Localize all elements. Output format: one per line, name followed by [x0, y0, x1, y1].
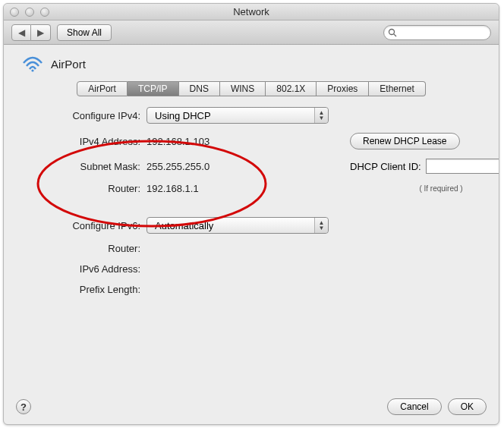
- ok-label: OK: [461, 401, 474, 412]
- dialog-button-bar: ? Cancel OK: [4, 392, 499, 424]
- help-icon: ?: [20, 401, 27, 413]
- ipv6-address-label: IPv6 Address:: [4, 263, 140, 275]
- svg-line-1: [394, 33, 396, 36]
- router-value: 192.168.1.1: [146, 183, 253, 194]
- ok-button[interactable]: OK: [448, 398, 487, 415]
- tab-label: Ethernet: [380, 83, 414, 94]
- svg-point-0: [389, 29, 395, 34]
- ipv6-router-label: Router:: [4, 243, 140, 254]
- tab-proxies[interactable]: Proxies: [317, 81, 369, 96]
- tab-label: Proxies: [327, 83, 358, 94]
- wifi-icon: [22, 55, 43, 72]
- tabs: AirPortTCP/IPDNSWINS802.1XProxiesEtherne…: [77, 81, 425, 96]
- configure-ipv4-label: Configure IPv4:: [4, 110, 140, 121]
- tab-label: 802.1X: [276, 83, 305, 94]
- dhcp-client-id-label: DHCP Client ID:: [350, 161, 421, 172]
- chevron-left-icon: ◀: [18, 27, 25, 38]
- tab-wins[interactable]: WINS: [220, 81, 266, 96]
- tab-label: TCP/IP: [138, 83, 168, 94]
- toolbar: ◀ ▶ Show All: [4, 20, 499, 45]
- ipv4-address-value: 192.168.1.103: [146, 136, 253, 147]
- nav-segment: ◀ ▶: [11, 24, 51, 41]
- show-all-label: Show All: [67, 27, 102, 38]
- router-label: Router:: [4, 183, 140, 194]
- tab-dns[interactable]: DNS: [179, 81, 220, 96]
- tab-label: AirPort: [88, 83, 116, 94]
- interface-name: AirPort: [51, 58, 86, 71]
- configure-ipv4-value: Using DHCP: [155, 110, 211, 121]
- titlebar: Network: [4, 4, 499, 20]
- popup-arrows-icon: ▲▼: [314, 218, 328, 233]
- configure-ipv6-popup[interactable]: Automatically ▲▼: [146, 217, 329, 234]
- back-button[interactable]: ◀: [11, 24, 31, 41]
- dhcp-client-id-input[interactable]: [426, 159, 499, 174]
- search-wrap: [383, 25, 491, 40]
- ipv4-address-label: IPv4 Address:: [4, 136, 140, 147]
- configure-ipv6-label: Configure IPv6:: [4, 220, 140, 231]
- if-required-note: ( If required ): [350, 184, 499, 193]
- tab-airport[interactable]: AirPort: [77, 81, 128, 96]
- tab-ethernet[interactable]: Ethernet: [369, 81, 425, 96]
- tab-tcp-ip[interactable]: TCP/IP: [128, 81, 179, 96]
- ipv4-section: Configure IPv4: Using DHCP ▲▼ IPv4 Addre…: [4, 107, 485, 295]
- popup-arrows-icon: ▲▼: [314, 108, 328, 123]
- subnet-mask-label: Subnet Mask:: [4, 161, 140, 172]
- forward-button[interactable]: ▶: [31, 24, 51, 41]
- prefix-length-label: Prefix Length:: [4, 284, 140, 295]
- tab-802-1x[interactable]: 802.1X: [266, 81, 317, 96]
- help-button[interactable]: ?: [16, 399, 31, 414]
- tab-label: WINS: [231, 83, 254, 94]
- interface-header: AirPort: [22, 55, 485, 72]
- configure-ipv4-popup[interactable]: Using DHCP ▲▼: [146, 107, 329, 124]
- subnet-mask-value: 255.255.255.0: [146, 161, 253, 172]
- configure-ipv6-value: Automatically: [155, 220, 213, 231]
- svg-point-2: [31, 69, 33, 71]
- cancel-label: Cancel: [400, 401, 428, 412]
- search-icon: [388, 28, 397, 37]
- network-preferences-window: Network ◀ ▶ Show All: [3, 3, 499, 425]
- renew-dhcp-button[interactable]: Renew DHCP Lease: [350, 133, 460, 149]
- chevron-right-icon: ▶: [37, 27, 44, 38]
- show-all-button[interactable]: Show All: [57, 24, 112, 41]
- content-area: AirPort AirPortTCP/IPDNSWINS802.1XProxie…: [4, 45, 499, 392]
- renew-dhcp-label: Renew DHCP Lease: [363, 136, 447, 146]
- search-input[interactable]: [383, 25, 491, 40]
- window-title: Network: [4, 6, 499, 17]
- tab-label: DNS: [190, 83, 209, 94]
- cancel-button[interactable]: Cancel: [387, 398, 441, 415]
